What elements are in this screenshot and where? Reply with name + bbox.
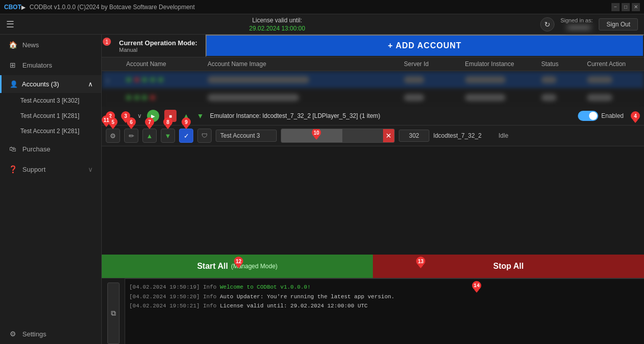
sidebar-item-settings[interactable]: ⚙ Settings [0,324,101,344]
account-detail-row: ⚙ 5 ✏ 6 ▲ 7 ▼ 8 [102,126,644,146]
move-down-btn-wrap: ▼ 8 [161,129,175,143]
enabled-toggle[interactable]: Enabled [578,111,624,121]
main-layout: 🏠 News ⊞ Emulators 👤 Accounts (3) ∧ Test… [0,35,644,344]
header: ☰ License valid until: 29.02.2024 13:00:… [0,14,644,35]
settings-icon: ⚙ [8,330,17,338]
op-mode-title: Current Operation Mode: [119,39,197,47]
content-area: 1 Current Operation Mode: Manual + ADD A… [102,35,644,344]
gear-button[interactable]: ⚙ [106,129,120,143]
log-msg-2: Auto Updater: You're running the latest … [220,294,394,300]
emulators-icon: ⊞ [8,61,17,69]
accounts-header-left: 👤 Accounts (3) [10,80,59,88]
log-section: ⧉ 14 [04.02.2024 19:50:19] Info Welcome … [102,278,644,344]
check-button[interactable]: ✓ [179,129,193,143]
annotation-12: 12 [234,257,243,266]
emulator-instance-value: ldcodtest_7_32_2 [433,132,494,139]
sidebar-item-emulators-label: Emulators [22,61,52,69]
menu-icon[interactable]: ☰ [6,19,14,30]
account-row-blurred-2 [102,89,644,107]
col-header-action: Current Action [583,60,644,68]
add-account-button[interactable]: + ADD ACCOUNT [206,35,644,57]
sidebar-item-news[interactable]: 🏠 News [0,35,101,55]
col-header-status: Status [537,60,583,68]
signed-in-label: Signed in as: [561,17,593,23]
annotation-badge-1: 1 [103,38,111,46]
sidebar-account-item-1[interactable]: Test Account 3 [K302] [0,93,101,108]
sidebar-account-item-3[interactable]: Test Account 2 [K281] [0,123,101,139]
move-up-btn-wrap: ▲ 7 [142,129,157,143]
op-mode-value: Manual [119,47,197,53]
log-entry-3: [04.02.2024 19:50:21] Info License valid… [129,302,640,310]
maximize-button[interactable]: □ [622,3,630,11]
server-id-input[interactable] [399,130,429,142]
edit-btn-wrap: ✏ 6 [124,129,138,143]
move-down-detail-button[interactable]: ▼ [161,129,175,143]
move-up-detail-button[interactable]: ▲ [142,129,157,143]
col-header-emulator: Emulator Instance [461,60,537,68]
image-input-area: 10 ✕ 11 [281,129,395,143]
table-header: Account Name Account Name Image Server I… [102,57,644,71]
sidebar-account-item-2[interactable]: Test Account 1 [K281] [0,108,101,123]
support-icon: ❓ [8,165,17,173]
sidebar-item-emulators[interactable]: ⊞ Emulators [0,55,101,75]
check-btn-wrap: ✓ 9 [179,129,193,143]
app-logo: CBOT▶ [4,4,25,11]
stop-all-button[interactable]: 13 Stop All [373,255,644,278]
log-copy-button[interactable]: ⧉ [107,283,120,344]
titlebar: CBOT▶ CODBot v1.0.0.0 (C)2024 by Botcave… [0,0,644,14]
annotation-9: 9 [182,117,191,127]
log-time-2: [04.02.2024 19:50:20] [129,294,200,300]
col-header-image: Account Name Image [203,60,400,68]
news-icon: 🏠 [8,41,17,49]
log-time-1: [04.02.2024 19:50:19] [129,284,200,290]
annotation-14: 14 [472,281,481,290]
signed-in-value: •••••••••• [565,23,593,32]
accounts-area: ∨ [102,71,644,255]
titlebar-left: CBOT▶ CODBot v1.0.0.0 (C)2024 by Botcave… [4,4,195,11]
license-label: License valid until: [252,17,302,24]
signed-in-info: Signed in as: •••••••••• [561,17,593,32]
annotation-8: 8 [163,117,172,127]
row-expand-arrow[interactable]: ∨ [137,112,142,119]
start-all-label: Start All [197,262,228,271]
app-title: CODBot v1.0.0.0 (C)2024 by Botcave Softw… [30,4,195,11]
close-button[interactable]: ✕ [632,3,640,11]
sign-out-button[interactable]: Sign Out [599,18,638,30]
idle-status-label: Idle [499,132,539,139]
accounts-icon: 👤 [10,80,18,88]
license-info: License valid until: 29.02.2024 13:00:00 [249,17,305,32]
refresh-button[interactable]: ↻ [540,17,554,32]
shield-button[interactable]: 🛡 [197,129,212,143]
header-right: ↻ Signed in as: •••••••••• Sign Out [540,17,638,32]
annotation-6: 6 [127,117,136,127]
enabled-label: Enabled [601,112,624,119]
log-area: 14 [04.02.2024 19:50:19] Info Welcome to… [125,278,644,344]
sidebar-item-support[interactable]: ❓ Support ∨ [0,159,101,179]
sidebar-item-support-label: Support [22,166,46,173]
log-msg-1: Welcome to CODBot v1.0.0.0! [220,284,310,290]
move-down-button[interactable]: ▼ [196,112,205,120]
sidebar-accounts-label: Accounts (3) [22,80,59,88]
minimize-button[interactable]: − [611,3,620,11]
sidebar-item-purchase-label: Purchase [22,145,50,153]
start-all-button[interactable]: 12 Start All (Managed Mode) [102,255,373,278]
toggle-track[interactable] [578,111,598,121]
edit-button[interactable]: ✏ [124,129,138,143]
sidebar-accounts-header[interactable]: 👤 Accounts (3) ∧ [0,75,101,93]
log-copy-panel: ⧉ [102,278,125,344]
annotation-7: 7 [145,117,154,127]
sidebar-bottom: ⚙ Settings [0,324,101,344]
emulator-instance-label: Emulator Instance: ldcodtest_7_32_2 [LDP… [210,112,573,119]
col-header-expand [102,60,122,68]
stop-all-label: Stop All [493,262,524,271]
op-mode-label: 1 Current Operation Mode: Manual [102,35,206,57]
sidebar-item-purchase[interactable]: 🛍 Purchase [0,139,101,159]
support-chevron-icon: ∨ [88,166,93,173]
sidebar: 🏠 News ⊞ Emulators 👤 Accounts (3) ∧ Test… [0,35,102,344]
account-name-input[interactable] [216,130,277,142]
op-mode-bar: 1 Current Operation Mode: Manual + ADD A… [102,35,644,57]
annotation-10: 10 [312,129,321,137]
col-header-account-name: Account Name [122,60,203,68]
log-msg-3: License valid until: 29.02.2024 12:00:00… [220,303,367,309]
image-clear-button[interactable]: ✕ 11 [383,129,394,142]
